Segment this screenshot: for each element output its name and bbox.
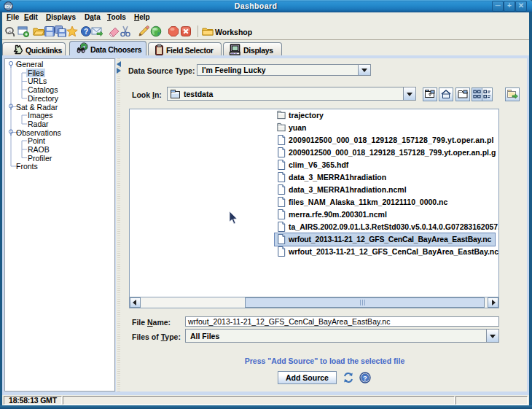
svg-text:IDV: IDV xyxy=(4,4,12,9)
svg-text:?: ? xyxy=(84,28,88,36)
svg-text:?: ? xyxy=(363,374,367,382)
